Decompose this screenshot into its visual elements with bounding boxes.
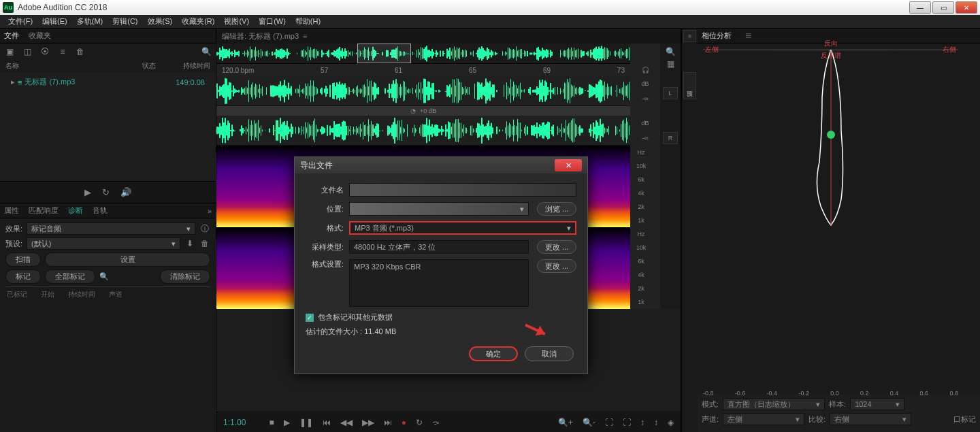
window-close-button[interactable]: ✕ (956, 1, 977, 14)
col-duration: 持续时间 (169, 61, 210, 71)
forward-icon[interactable]: ▶▶ (362, 418, 374, 427)
tag-mark[interactable]: 标记 (5, 269, 41, 284)
volume-icon[interactable]: 🔊 (120, 187, 131, 197)
rewind-icon[interactable]: ◀◀ (340, 418, 353, 427)
time-ruler[interactable]: 120.0 bpm 5761656973 (216, 64, 630, 76)
cancel-button[interactable]: 取消 (525, 346, 574, 361)
menu-effect[interactable]: 效果(S) (145, 15, 176, 28)
dialog-close-button[interactable]: ✕ (555, 159, 582, 171)
delete-preset-icon[interactable]: 🗑 (199, 238, 210, 249)
stop-icon[interactable]: ■ (269, 418, 274, 427)
minimize-button[interactable]: — (909, 1, 931, 14)
format-settings-field: MP3 320 Kbps CBR (349, 259, 529, 307)
play-icon[interactable]: ▶ (84, 187, 91, 197)
menu-view[interactable]: 视图(V) (221, 15, 252, 28)
search-icon[interactable]: 🔍 (201, 46, 212, 57)
headphone-icon[interactable]: 🎧 (642, 67, 649, 73)
preset-label[interactable]: 预设 (683, 72, 696, 99)
transport-bar: 1:1.00 ■ ▶ ❚❚ ⏮ ◀◀ ▶▶ ⏭ ● ↻ ⤼ 🔍+ 🔍- ⛶ ⛶ … (216, 412, 681, 432)
dialog-title: 导出文件 (300, 160, 333, 171)
location-select[interactable]: ▾ (349, 202, 529, 216)
format-select[interactable]: MP3 音频 (*.mp3)▾ (349, 221, 576, 235)
record-button-icon[interactable]: ● (402, 418, 406, 427)
editor-tab[interactable]: 编辑器: 无标题 (7).mp3 (222, 31, 299, 41)
mode-select[interactable]: 直方图（日志缩放）▾ (723, 398, 825, 410)
menu-window[interactable]: 窗口(W) (256, 15, 289, 28)
menu-favorite[interactable]: 收藏夹(R) (179, 15, 217, 28)
pause-icon[interactable]: ❚❚ (299, 418, 313, 427)
col-name: 名称 (5, 61, 142, 71)
waveform-channel-left[interactable] (216, 76, 630, 106)
filename-input[interactable] (349, 183, 576, 197)
tag-all[interactable]: 全部标记 (45, 269, 95, 284)
channel-l-button[interactable]: L (663, 87, 678, 99)
chan-select[interactable]: 左侧▾ (723, 413, 804, 425)
zoom-out-icon[interactable]: 🔍- (583, 418, 595, 427)
new-file-icon[interactable]: ◫ (22, 46, 33, 57)
menu-edit[interactable]: 编辑(E) (39, 15, 70, 28)
track-icon[interactable]: ≡ (57, 46, 68, 57)
maximize-button[interactable]: ▭ (932, 1, 954, 14)
app-title: Adobe Audition CC 2018 (18, 3, 107, 12)
browse-button[interactable]: 浏览 ... (537, 202, 576, 216)
skip-icon[interactable]: ⤼ (432, 418, 439, 427)
change-sample-button[interactable]: 更改 ... (537, 240, 576, 254)
zoom-in-icon[interactable]: 🔍+ (558, 418, 573, 427)
loop-icon[interactable]: ↻ (102, 187, 110, 197)
effect-label: 效果: (5, 224, 22, 234)
side-toggle[interactable]: ≡ (683, 30, 696, 42)
waveform-channel-right[interactable] (216, 116, 630, 146)
settings-button[interactable]: 设置 (45, 252, 210, 267)
waveform-overview[interactable] (216, 44, 630, 64)
tab-properties[interactable]: 属性 (4, 205, 19, 216)
col-marked: 已标记 (7, 290, 27, 299)
files-toolbar: ▣ ◫ ⦿ ≡ 🗑 🔍 (0, 44, 216, 60)
prev-icon[interactable]: ⏮ (323, 418, 331, 427)
compare-select[interactable]: 右侧▾ (830, 413, 911, 425)
sample-select[interactable]: 1024▾ (850, 398, 904, 410)
ok-button[interactable]: 确定 (469, 346, 518, 361)
trash-icon[interactable]: 🗑 (75, 46, 86, 57)
play-icon[interactable]: ▶ (284, 418, 290, 427)
menu-multitrack[interactable]: 多轨(M) (74, 15, 106, 28)
open-file-icon[interactable]: ▣ (4, 46, 15, 57)
svg-point-1 (827, 131, 835, 139)
chan-label: 声道: (702, 414, 719, 425)
tool-zoom-icon[interactable]: 🔍 (665, 46, 676, 57)
loop-icon[interactable]: ↻ (416, 418, 423, 427)
panel-menu-icon[interactable]: » (208, 207, 212, 215)
file-name: 无标题 (7).mp3 (24, 77, 164, 87)
tab-diagnostics[interactable]: 诊断 (68, 205, 83, 216)
tab-loudness[interactable]: 匹配响度 (29, 205, 59, 216)
tool-grid-icon[interactable]: ▦ (665, 59, 676, 69)
zoom-reset-icon[interactable]: ◈ (668, 418, 674, 427)
record-icon[interactable]: ⦿ (39, 46, 50, 57)
info-icon[interactable]: ⓘ (199, 223, 210, 234)
sample-type-label: 采样类型: (306, 242, 344, 252)
zoom-full-icon[interactable]: ⛶ (605, 418, 613, 427)
zoom-v-in-icon[interactable]: ↕ (640, 418, 644, 427)
zoom-v-out-icon[interactable]: ↕ (654, 418, 658, 427)
preset-select[interactable]: (默认)▾ (27, 237, 180, 250)
tab-phase[interactable]: 相位分析 (702, 31, 732, 41)
channel-r-button[interactable]: R (663, 132, 678, 144)
include-metadata-checkbox[interactable]: ✓ (306, 314, 314, 322)
menu-help[interactable]: 帮助(H) (293, 15, 323, 28)
zoom-sel-icon[interactable]: ⛶ (623, 418, 631, 427)
tag-clear[interactable]: 清除标记 (160, 269, 210, 284)
effect-select[interactable]: 标记音频▾ (27, 222, 195, 235)
tab-files[interactable]: 文件 (4, 31, 19, 41)
mark-checkbox[interactable]: 口标记 (953, 414, 976, 425)
search-icon[interactable]: 🔍 (99, 272, 109, 281)
menu-clip[interactable]: 剪辑(C) (110, 15, 140, 28)
scan-button[interactable]: 扫描 (5, 252, 41, 267)
tab-audio[interactable]: 音轨 (93, 205, 108, 216)
col-chan: 声道 (109, 290, 122, 299)
change-format-button[interactable]: 更改 ... (537, 259, 576, 273)
next-icon[interactable]: ⏭ (384, 418, 392, 427)
menu-file[interactable]: 文件(F) (5, 15, 35, 28)
tab-favorites[interactable]: 收藏夹 (29, 31, 51, 41)
save-preset-icon[interactable]: ⬇ (184, 238, 195, 249)
file-row[interactable]: ▸ ≡ 无标题 (7).mp3 149:0.08 (3, 75, 213, 89)
col-start: 开始 (41, 290, 54, 299)
